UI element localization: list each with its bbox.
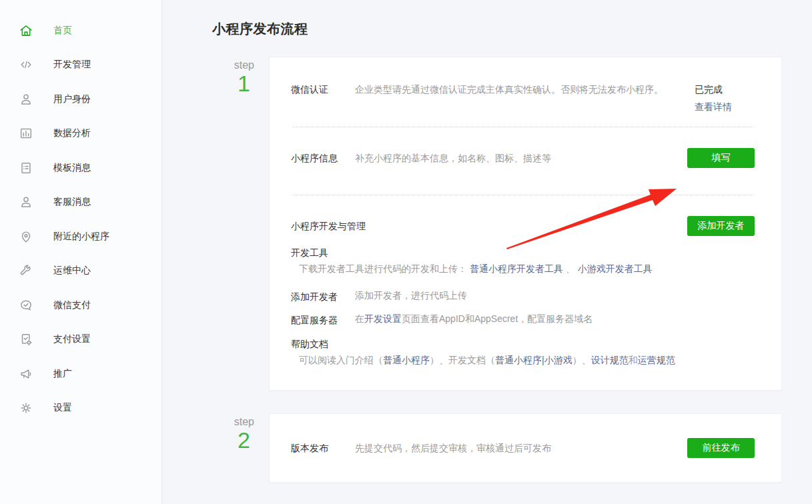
mp-info-row: 小程序信息 补充小程序的基本信息，如名称、图标、描述等 填写 bbox=[291, 148, 755, 168]
sidebar-item-customer-service[interactable]: 客服消息 bbox=[0, 185, 161, 220]
sidebar-item-pay-settings[interactable]: 支付设置 bbox=[0, 323, 161, 357]
status-done: 已完成 bbox=[695, 83, 751, 97]
config-server-row: 配置服务器 在开发设置页面查看AppID和AppSecret，配置服务器域名 bbox=[291, 313, 755, 327]
operation-spec-link[interactable]: 运营规范 bbox=[638, 355, 675, 365]
help-doc-title: 帮助文档 bbox=[291, 337, 755, 351]
server-desc-pre: 在 bbox=[355, 313, 364, 324]
config-server-desc: 在开发设置页面查看AppID和AppSecret，配置服务器域名 bbox=[355, 313, 592, 327]
sidebar-item-label: 设置 bbox=[53, 402, 72, 414]
step2-card: 版本发布 先提交代码，然后提交审核，审核通过后可发布 前往发布 bbox=[269, 413, 782, 483]
dotted-divider bbox=[292, 127, 753, 127]
mp-info-label: 小程序信息 bbox=[291, 151, 355, 165]
sidebar: 首页 开发管理 用户身份 数据分析 模板消息 客服消息 附近的小 bbox=[0, 0, 162, 504]
sidebar-item-label: 客服消息 bbox=[53, 196, 91, 208]
sidebar-item-label: 附近的小程序 bbox=[53, 231, 109, 243]
step1-indicator: step 1 bbox=[212, 57, 269, 391]
sidebar-item-home[interactable]: 首页 bbox=[0, 13, 161, 48]
location-pin-icon bbox=[19, 229, 33, 244]
sidebar-item-label: 支付设置 bbox=[53, 333, 91, 345]
help-doc-block: 帮助文档 可以阅读入门介绍（普通小程序）、开发文档（普通小程序|小游戏）、设计规… bbox=[291, 337, 755, 367]
dev-tools-line: 下载开发者工具进行代码的开发和上传： 普通小程序开发者工具 、 小游戏开发者工具 bbox=[291, 262, 755, 276]
step2-section: step 2 版本发布 先提交代码，然后提交审核，审核通过后可发布 前往发布 bbox=[212, 413, 782, 483]
view-details-link[interactable]: 查看详情 bbox=[695, 101, 732, 113]
sidebar-item-dev-manage[interactable]: 开发管理 bbox=[0, 48, 161, 83]
design-spec-link[interactable]: 设计规范 bbox=[591, 355, 629, 365]
megaphone-icon bbox=[19, 367, 33, 381]
customer-service-icon bbox=[19, 195, 33, 209]
sidebar-item-nearby-miniprogram[interactable]: 附近的小程序 bbox=[0, 219, 161, 254]
sidebar-item-label: 微信支付 bbox=[53, 299, 91, 311]
chat-check-icon bbox=[19, 298, 33, 313]
wrench-icon bbox=[19, 263, 33, 278]
dev-tools-block: 开发工具 下载开发者工具进行代码的开发和上传： 普通小程序开发者工具 、 小游戏… bbox=[291, 246, 755, 276]
miniprogram-devtool-link[interactable]: 普通小程序开发者工具 bbox=[470, 263, 563, 274]
sidebar-item-label: 用户身份 bbox=[53, 93, 91, 105]
go-release-button[interactable]: 前往发布 bbox=[687, 438, 755, 458]
home-icon bbox=[19, 23, 33, 38]
sidebar-item-label: 首页 bbox=[53, 25, 72, 37]
dotted-divider bbox=[292, 195, 753, 195]
sidebar-item-label: 推广 bbox=[53, 368, 72, 380]
version-release-row: 版本发布 先提交代码，然后提交审核，审核通过后可发布 前往发布 bbox=[291, 438, 755, 458]
step-number: 1 bbox=[212, 71, 254, 96]
code-icon bbox=[19, 57, 33, 72]
help-text: ）、 bbox=[572, 355, 591, 365]
intro-miniprogram-link[interactable]: 普通小程序 bbox=[383, 355, 430, 365]
step-word: step bbox=[212, 416, 254, 428]
template-message-icon bbox=[19, 161, 33, 175]
help-doc-line: 可以阅读入门介绍（普通小程序）、开发文档（普通小程序|小游戏）、设计规范和运营规… bbox=[291, 353, 755, 367]
config-server-label: 配置服务器 bbox=[291, 313, 355, 327]
add-developer-row: 添加开发者 添加开发者，进行代码上传 bbox=[291, 290, 755, 304]
sidebar-item-label: 模板消息 bbox=[53, 162, 91, 174]
bar-chart-icon bbox=[19, 126, 33, 141]
devdoc-link[interactable]: 普通小程序|小游戏 bbox=[495, 355, 572, 365]
sidebar-item-settings[interactable]: 设置 bbox=[0, 391, 161, 426]
sidebar-item-user-identity[interactable]: 用户身份 bbox=[0, 82, 161, 117]
add-developer-button[interactable]: 添加开发者 bbox=[687, 216, 755, 236]
verify-status-block: 已完成 查看详情 bbox=[695, 83, 755, 113]
help-text: 和 bbox=[629, 355, 638, 365]
minigame-devtool-link[interactable]: 小游戏开发者工具 bbox=[578, 263, 653, 274]
sidebar-item-promotion[interactable]: 推广 bbox=[0, 357, 161, 391]
link-separator: 、 bbox=[563, 263, 578, 274]
step1-card: 微信认证 企业类型请先通过微信认证完成主体真实性确认。否则将无法发布小程序。 已… bbox=[269, 57, 782, 391]
sidebar-item-template-message[interactable]: 模板消息 bbox=[0, 151, 161, 185]
add-developer-desc: 添加开发者，进行代码上传 bbox=[355, 290, 467, 304]
sidebar-item-data-analysis[interactable]: 数据分析 bbox=[0, 117, 161, 151]
step-number: 2 bbox=[212, 428, 254, 453]
dev-tools-title: 开发工具 bbox=[291, 246, 755, 260]
add-developer-label: 添加开发者 bbox=[291, 290, 355, 304]
dev-manage-row: 小程序开发与管理 添加开发者 bbox=[291, 216, 755, 236]
fill-in-button[interactable]: 填写 bbox=[687, 148, 755, 168]
wechat-verify-label: 微信认证 bbox=[291, 83, 355, 97]
step1-section: step 1 微信认证 企业类型请先通过微信认证完成主体真实性确认。否则将无法发… bbox=[212, 57, 782, 391]
sidebar-item-label: 数据分析 bbox=[53, 127, 91, 139]
gear-icon bbox=[19, 401, 33, 415]
sidebar-item-label: 开发管理 bbox=[53, 59, 91, 71]
version-release-desc: 先提交代码，然后提交审核，审核通过后可发布 bbox=[355, 441, 558, 455]
dev-tools-desc: 下载开发者工具进行代码的开发和上传： bbox=[299, 263, 467, 274]
help-text: ）、开发文档（ bbox=[430, 355, 495, 365]
step2-indicator: step 2 bbox=[212, 413, 269, 483]
page-title: 小程序发布流程 bbox=[212, 20, 782, 38]
dev-manage-label: 小程序开发与管理 bbox=[291, 219, 366, 233]
mp-info-desc: 补充小程序的基本信息，如名称、图标、描述等 bbox=[355, 151, 558, 165]
sidebar-item-ops-center[interactable]: 运维中心 bbox=[0, 254, 161, 289]
pay-settings-icon bbox=[19, 332, 33, 347]
wechat-verify-desc: 企业类型请先通过微信认证完成主体真实性确认。否则将无法发布小程序。 bbox=[355, 83, 670, 97]
sidebar-item-wechat-pay[interactable]: 微信支付 bbox=[0, 288, 161, 323]
user-icon bbox=[19, 92, 33, 107]
sidebar-item-label: 运维中心 bbox=[53, 265, 91, 277]
main-content: 小程序发布流程 step 1 微信认证 企业类型请先通过微信认证完成主体真实性确… bbox=[162, 0, 812, 504]
version-release-label: 版本发布 bbox=[291, 441, 355, 455]
help-text: 可以阅读入门介绍（ bbox=[299, 355, 383, 365]
dev-settings-link[interactable]: 开发设置 bbox=[364, 313, 402, 324]
server-desc-post: 页面查看AppID和AppSecret，配置服务器域名 bbox=[402, 313, 592, 324]
wechat-verify-row: 微信认证 企业类型请先通过微信认证完成主体真实性确认。否则将无法发布小程序。 已… bbox=[291, 83, 755, 113]
step-word: step bbox=[212, 59, 254, 71]
